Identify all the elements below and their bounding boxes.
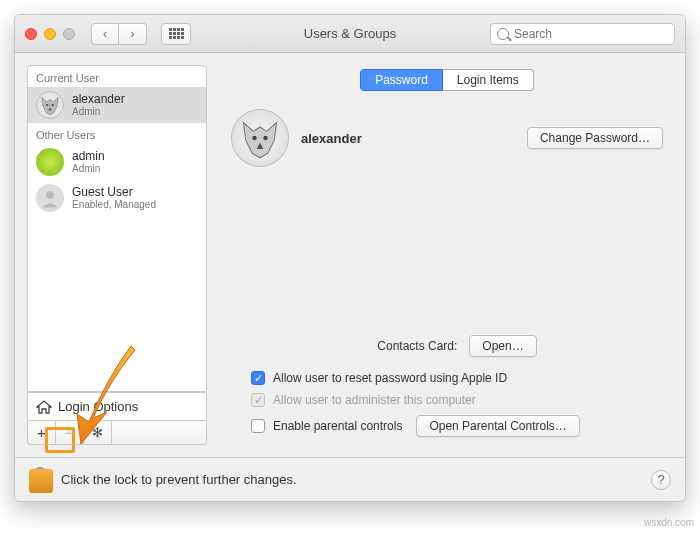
- user-row-guest[interactable]: Guest User Enabled, Managed: [28, 180, 206, 216]
- allow-reset-label: Allow user to reset password using Apple…: [273, 371, 507, 385]
- open-parental-button[interactable]: Open Parental Controls…: [416, 415, 579, 437]
- allow-admin-label: Allow user to administer this computer: [273, 393, 476, 407]
- forward-button[interactable]: ›: [119, 23, 147, 45]
- parental-controls-row: Enable parental controls Open Parental C…: [251, 415, 663, 437]
- change-password-button[interactable]: Change Password…: [527, 127, 663, 149]
- section-current-user: Current User: [28, 66, 206, 87]
- user-role: Enabled, Managed: [72, 199, 156, 210]
- profile-avatar[interactable]: [231, 109, 289, 167]
- user-list: Current User alexander Admin Other Users…: [27, 65, 207, 392]
- actions-menu-button[interactable]: ✻: [84, 421, 112, 444]
- parental-checkbox[interactable]: [251, 419, 265, 433]
- allow-reset-checkbox[interactable]: ✓: [251, 371, 265, 385]
- sidebar: Current User alexander Admin Other Users…: [27, 65, 207, 445]
- contacts-card-row: Contacts Card: Open…: [251, 335, 663, 357]
- tab-login-items[interactable]: Login Items: [443, 69, 534, 91]
- login-options-label: Login Options: [58, 399, 138, 414]
- tab-password[interactable]: Password: [360, 69, 443, 91]
- help-button[interactable]: ?: [651, 470, 671, 490]
- open-contacts-button[interactable]: Open…: [469, 335, 536, 357]
- zoom-icon: [63, 28, 75, 40]
- minimize-icon[interactable]: [44, 28, 56, 40]
- window-body: Current User alexander Admin Other Users…: [15, 53, 685, 457]
- svg-point-0: [46, 104, 48, 106]
- back-button[interactable]: ‹: [91, 23, 119, 45]
- user-name: alexander: [72, 93, 125, 106]
- user-name: admin: [72, 150, 105, 163]
- lock-text: Click the lock to prevent further change…: [61, 472, 297, 487]
- tabs: Password Login Items: [221, 69, 673, 91]
- sidebar-toolbar: + − ✻: [27, 421, 207, 445]
- allow-admin-row: ✓ Allow user to administer this computer: [251, 393, 663, 407]
- avatar-green-icon: [36, 148, 64, 176]
- options-group: Contacts Card: Open… ✓ Allow user to res…: [251, 335, 663, 437]
- contacts-label: Contacts Card:: [377, 339, 457, 353]
- user-row-admin[interactable]: admin Admin: [28, 144, 206, 180]
- home-icon: [36, 400, 52, 414]
- grid-icon: [169, 28, 184, 39]
- profile-name: alexander: [301, 131, 362, 146]
- parental-label: Enable parental controls: [273, 419, 402, 433]
- search-input[interactable]: [514, 27, 668, 41]
- avatar-guest-icon: [36, 184, 64, 212]
- svg-point-1: [52, 104, 54, 106]
- add-user-button[interactable]: +: [28, 421, 56, 444]
- remove-user-button: −: [56, 421, 84, 444]
- avatar-fox-icon: [36, 91, 64, 119]
- preferences-window: ‹ › Users & Groups Current User: [14, 14, 686, 502]
- search-field[interactable]: [490, 23, 675, 45]
- profile-header: alexander Change Password…: [231, 109, 663, 167]
- show-all-button[interactable]: [161, 23, 191, 45]
- footer: Click the lock to prevent further change…: [15, 457, 685, 501]
- nav-buttons: ‹ ›: [91, 23, 147, 45]
- login-options-button[interactable]: Login Options: [27, 392, 207, 421]
- lock-button[interactable]: [29, 467, 51, 493]
- svg-point-3: [252, 136, 256, 140]
- watermark: wsxdn.com: [644, 517, 694, 528]
- search-icon: [497, 28, 509, 40]
- lock-body-icon: [29, 469, 53, 493]
- user-name: Guest User: [72, 186, 156, 199]
- traffic-lights: [25, 28, 75, 40]
- section-other-users: Other Users: [28, 123, 206, 144]
- svg-point-4: [263, 136, 267, 140]
- allow-admin-checkbox: ✓: [251, 393, 265, 407]
- titlebar: ‹ › Users & Groups: [15, 15, 685, 53]
- user-role: Admin: [72, 106, 125, 117]
- gear-icon: ✻: [92, 425, 103, 440]
- allow-reset-row: ✓ Allow user to reset password using App…: [251, 371, 663, 385]
- user-row-alexander[interactable]: alexander Admin: [28, 87, 206, 123]
- user-role: Admin: [72, 163, 105, 174]
- svg-point-2: [46, 191, 54, 199]
- close-icon[interactable]: [25, 28, 37, 40]
- content-panel: Password Login Items alexander Change Pa…: [221, 65, 673, 445]
